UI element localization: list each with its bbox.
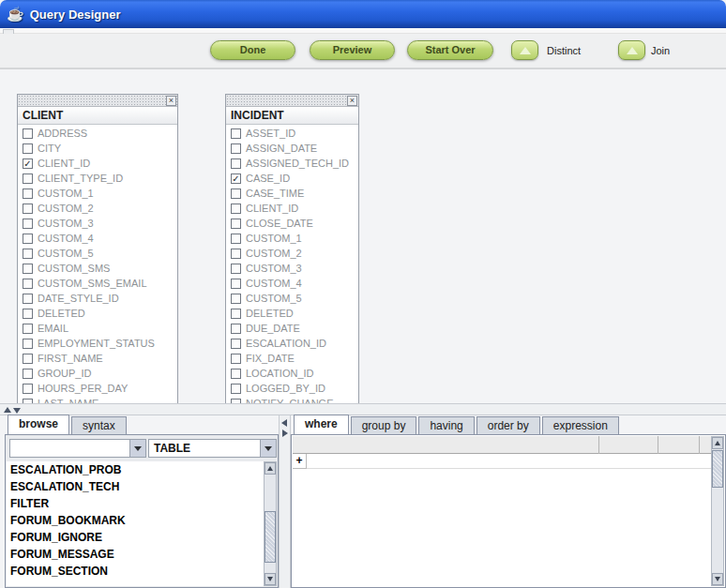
- field-checkbox[interactable]: [23, 204, 33, 214]
- object-type-combobox[interactable]: TABLE: [148, 439, 277, 458]
- field-checkbox[interactable]: [231, 339, 241, 349]
- field-row: ASSIGNED_TECH_ID: [226, 156, 358, 171]
- field-checkbox[interactable]: [23, 339, 33, 349]
- scroll-down-icon[interactable]: [265, 573, 276, 585]
- field-checkbox[interactable]: [231, 128, 241, 139]
- field-checkbox[interactable]: [231, 354, 241, 364]
- field-checkbox[interactable]: [231, 219, 241, 229]
- scrollbar-thumb[interactable]: [265, 511, 276, 563]
- field-label: CUSTOM_3: [38, 218, 94, 229]
- frame-titlebar[interactable]: ×: [18, 95, 177, 107]
- field-checkbox[interactable]: [231, 294, 241, 304]
- field-label: CLIENT_ID: [38, 158, 90, 169]
- preview-button[interactable]: Preview: [310, 40, 395, 60]
- done-button[interactable]: Done: [210, 40, 295, 60]
- column-separator: [699, 436, 700, 454]
- split-collapse-up-icon[interactable]: [4, 407, 11, 413]
- field-row: DELETED: [226, 306, 358, 321]
- list-item[interactable]: ESCALATION_PROB: [7, 461, 264, 478]
- join-toggle-button[interactable]: [618, 40, 645, 60]
- field-checkbox[interactable]: [23, 143, 33, 154]
- field-checkbox[interactable]: [23, 294, 33, 304]
- split-collapse-left-icon[interactable]: [281, 419, 287, 427]
- chevron-down-icon[interactable]: [260, 440, 276, 457]
- scroll-down-icon[interactable]: [712, 573, 723, 585]
- field-checkbox[interactable]: ✓: [23, 158, 33, 169]
- query-scrollbar[interactable]: [711, 436, 724, 586]
- field-row: CUSTOM_2: [226, 246, 358, 261]
- field-checkbox[interactable]: [231, 264, 241, 274]
- field-checkbox[interactable]: [231, 249, 241, 259]
- scroll-up-icon[interactable]: [265, 462, 276, 475]
- window-titlebar[interactable]: ☕ Query Designer: [0, 0, 726, 28]
- list-item[interactable]: ESCALATION_TECH: [7, 478, 264, 495]
- split-collapse-down-icon[interactable]: [13, 408, 21, 414]
- list-item[interactable]: FORUM_SECTION: [7, 563, 264, 580]
- field-checkbox[interactable]: [231, 158, 241, 169]
- field-filter-combobox[interactable]: [9, 439, 146, 458]
- close-icon[interactable]: ×: [166, 96, 176, 106]
- arrow-up-icon: [627, 47, 638, 54]
- add-row-button[interactable]: +: [293, 454, 307, 469]
- vertical-split-divider[interactable]: [279, 415, 291, 588]
- field-checkbox[interactable]: [231, 369, 241, 379]
- field-row: LOCATION_ID: [226, 366, 358, 381]
- tab-group-by[interactable]: group by: [351, 416, 417, 434]
- field-checkbox[interactable]: [23, 369, 33, 379]
- close-icon[interactable]: ×: [347, 96, 357, 106]
- list-item[interactable]: FORUM_IGNORE: [7, 529, 264, 546]
- browse-scrollbar[interactable]: [264, 461, 277, 586]
- list-item[interactable]: FORUM_MESSAGE: [7, 546, 264, 563]
- field-label: CLOSE_DATE: [246, 218, 313, 229]
- table-name-header: CLIENT: [18, 107, 177, 125]
- field-checkbox[interactable]: [23, 279, 33, 289]
- tab-browse[interactable]: browse: [8, 415, 69, 434]
- start-over-button[interactable]: Start Over: [407, 40, 493, 60]
- field-checkbox[interactable]: [23, 173, 33, 184]
- field-checkbox[interactable]: [231, 384, 241, 394]
- scrollbar-thumb[interactable]: [712, 450, 723, 488]
- field-checkbox[interactable]: [231, 204, 241, 214]
- field-checkbox[interactable]: [23, 188, 33, 199]
- field-checkbox[interactable]: ✓: [231, 173, 241, 184]
- field-row: GROUP_ID: [18, 366, 177, 381]
- field-checkbox[interactable]: [23, 324, 33, 334]
- tab-syntax[interactable]: syntax: [71, 416, 127, 434]
- tab-expression[interactable]: expression: [542, 416, 619, 434]
- field-checkbox[interactable]: [23, 128, 33, 139]
- field-row: CUSTOM_4: [18, 231, 177, 246]
- field-label: CUSTOM_4: [246, 278, 302, 289]
- field-checkbox[interactable]: [231, 234, 241, 244]
- horizontal-split-divider[interactable]: [0, 403, 726, 415]
- field-checkbox[interactable]: [23, 354, 33, 364]
- list-item[interactable]: FORUM_BOOKMARK: [7, 512, 264, 529]
- field-label: CASE_TIME: [246, 188, 304, 199]
- tab-order-by[interactable]: order by: [476, 416, 540, 434]
- field-label: EMPLOYMENT_STATUS: [38, 338, 155, 349]
- frame-titlebar[interactable]: ×: [226, 95, 358, 107]
- field-checkbox[interactable]: [23, 234, 33, 244]
- distinct-toggle-button[interactable]: [511, 40, 538, 60]
- field-label: CUSTOM_1: [38, 188, 94, 199]
- list-item[interactable]: FILTER: [7, 495, 264, 512]
- field-label: DUE_DATE: [246, 323, 300, 334]
- field-checkbox[interactable]: [23, 309, 33, 319]
- field-row: CUSTOM_SMS_EMAIL: [18, 276, 177, 291]
- field-checkbox[interactable]: [231, 324, 241, 334]
- field-checkbox[interactable]: [231, 143, 241, 154]
- tab-having[interactable]: having: [418, 416, 474, 434]
- field-row: CUSTOM_5: [18, 246, 177, 261]
- field-checkbox[interactable]: [231, 188, 241, 199]
- scroll-up-icon[interactable]: [712, 437, 723, 449]
- field-checkbox[interactable]: [23, 384, 33, 394]
- split-collapse-right-icon[interactable]: [282, 430, 288, 437]
- field-checkbox[interactable]: [23, 264, 33, 274]
- tab-where[interactable]: where: [294, 415, 349, 434]
- field-checkbox[interactable]: [23, 249, 33, 259]
- field-checkbox[interactable]: [231, 309, 241, 319]
- browse-panel: browsesyntax TABLE ESCALATION_PROBESCALA…: [5, 415, 279, 588]
- field-label: GROUP_ID: [38, 368, 91, 379]
- chevron-down-icon[interactable]: [129, 440, 145, 457]
- field-checkbox[interactable]: [231, 279, 241, 289]
- field-checkbox[interactable]: [23, 219, 33, 229]
